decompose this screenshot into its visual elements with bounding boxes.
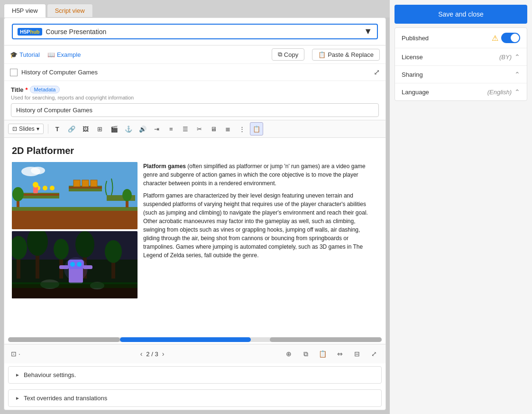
move-slide-button[interactable]: ⇔ bbox=[333, 347, 347, 360]
audio-button[interactable]: 🔊 bbox=[136, 122, 149, 135]
graduation-icon: 🎓 bbox=[10, 51, 18, 58]
indent-button[interactable]: ⇥ bbox=[150, 122, 164, 135]
svg-point-44 bbox=[64, 257, 88, 281]
svg-rect-21 bbox=[91, 180, 97, 187]
warning-icon: ⚠ bbox=[492, 34, 498, 43]
delete-slide-button[interactable]: ⤢ bbox=[367, 347, 381, 360]
image-button[interactable]: 🖼 bbox=[79, 122, 92, 135]
language-label: Language bbox=[402, 89, 487, 96]
scroll-thumb-right bbox=[270, 337, 382, 342]
license-chevron-icon[interactable]: ⌃ bbox=[514, 53, 520, 61]
paragraph2: Platform games are characterized by thei… bbox=[143, 191, 378, 260]
published-label: Published bbox=[402, 35, 492, 42]
svg-rect-6 bbox=[21, 194, 59, 196]
title-section: Title * Metadata Used for searching, rep… bbox=[4, 81, 385, 120]
license-row: License (BY) ⌃ bbox=[395, 48, 527, 66]
svg-point-31 bbox=[75, 231, 94, 258]
slide-content: 2D Platformer bbox=[4, 138, 385, 335]
anchor-button[interactable]: ⚓ bbox=[122, 122, 135, 135]
slides-button[interactable]: ⊡ Slides ▾ bbox=[8, 124, 44, 134]
dropdown-arrow-icon[interactable]: ▼ bbox=[364, 27, 372, 36]
text-overrides-label: Text overrides and translations bbox=[24, 395, 107, 402]
svg-rect-3 bbox=[12, 209, 138, 229]
resize-slide-button[interactable]: ⊟ bbox=[350, 347, 364, 360]
more-button[interactable]: ⋮ bbox=[236, 122, 249, 135]
copy-button[interactable]: ⧉ Copy bbox=[272, 48, 304, 61]
title-label-row: Title * Metadata bbox=[11, 86, 379, 93]
expand-icon[interactable]: ⤢ bbox=[374, 68, 380, 77]
svg-rect-20 bbox=[82, 180, 89, 187]
title-hint: Used for searching, reports and copyrigh… bbox=[11, 95, 379, 100]
scroll-thumb-center bbox=[120, 337, 251, 342]
slide-title: 2D Platformer bbox=[12, 145, 378, 156]
language-value: (English) bbox=[487, 89, 512, 96]
svg-point-18 bbox=[33, 182, 38, 188]
nav-bar: ⊡ · ‹ 2 / 3 › ⊕ ⧉ 📋 ⇔ ⊟ ⤢ bbox=[4, 344, 385, 363]
list-ol-button[interactable]: ≡ bbox=[165, 122, 178, 135]
behaviour-arrow-icon: ► bbox=[15, 372, 20, 378]
nav-right: ⊕ ⧉ 📋 ⇔ ⊟ ⤢ bbox=[282, 347, 381, 360]
svg-point-13 bbox=[122, 189, 132, 201]
text-overrides-toggle[interactable]: ► Text overrides and translations bbox=[9, 390, 381, 406]
save-close-button[interactable]: Save and close bbox=[394, 5, 527, 24]
editor-content-area: 2D Platformer bbox=[4, 138, 385, 335]
language-row: Language (English) ⌃ bbox=[395, 83, 527, 100]
svg-rect-4 bbox=[12, 207, 138, 211]
menu-button[interactable]: ≣ bbox=[221, 122, 235, 135]
media-button[interactable]: ⊞ bbox=[93, 122, 107, 135]
main-content-panel: H5Phub Course Presentation ▼ 🎓 Tutorial … bbox=[4, 18, 386, 410]
behaviour-settings-label: Behaviour settings. bbox=[24, 371, 76, 378]
toolbar-divider-1 bbox=[48, 124, 48, 134]
tab-h5p-view[interactable]: H5P view bbox=[4, 4, 46, 18]
clipboard-button[interactable]: 📋 bbox=[250, 122, 263, 135]
text-overrides-arrow-icon: ► bbox=[15, 396, 20, 401]
tutorial-link[interactable]: 🎓 Tutorial bbox=[10, 51, 40, 58]
sharing-row: Sharing ⌃ bbox=[395, 66, 527, 83]
right-panel: Save and close Published ⚠ License (BY) … bbox=[390, 0, 532, 414]
metadata-badge[interactable]: Metadata bbox=[30, 86, 60, 93]
cut-button[interactable]: ✂ bbox=[193, 122, 206, 135]
svg-point-33 bbox=[105, 240, 122, 263]
paste-slide-button[interactable]: 📋 bbox=[316, 347, 330, 360]
published-toggle[interactable] bbox=[501, 33, 520, 43]
slides-panel-button[interactable]: ⊡ · bbox=[9, 347, 22, 360]
sharing-chevron-icon[interactable]: ⌃ bbox=[514, 71, 520, 78]
behaviour-settings-section: ► Behaviour settings. bbox=[8, 366, 382, 384]
language-chevron-icon[interactable]: ⌃ bbox=[514, 88, 520, 96]
svg-rect-45 bbox=[12, 282, 138, 288]
bold-button[interactable]: T bbox=[51, 122, 64, 135]
behaviour-settings-toggle[interactable]: ► Behaviour settings. bbox=[9, 367, 381, 383]
svg-rect-8 bbox=[69, 187, 102, 189]
copy-slide-button[interactable]: ⧉ bbox=[299, 347, 312, 360]
scroll-thumb-left bbox=[8, 337, 120, 342]
svg-rect-17 bbox=[33, 187, 38, 193]
video-button[interactable]: 🎬 bbox=[108, 122, 121, 135]
nav-center: ‹ 2 / 3 › bbox=[140, 350, 165, 358]
paste-replace-button[interactable]: 📋 Paste & Replace bbox=[312, 49, 380, 61]
content-type-dropdown[interactable]: H5Phub Course Presentation ▼ bbox=[12, 24, 378, 39]
title-input[interactable] bbox=[11, 103, 379, 117]
example-link[interactable]: 📖 Example bbox=[47, 51, 81, 58]
link-button[interactable]: 🔗 bbox=[65, 122, 78, 135]
scroll-area bbox=[4, 335, 385, 344]
svg-point-15 bbox=[43, 186, 47, 190]
tab-script-view[interactable]: Script view bbox=[47, 4, 93, 18]
section-title: History of Computer Games bbox=[21, 69, 370, 76]
prev-page-button[interactable]: ‹ bbox=[140, 350, 143, 358]
add-slide-button[interactable]: ⊕ bbox=[282, 347, 295, 360]
text-overrides-section: ► Text overrides and translations bbox=[8, 389, 382, 407]
svg-point-29 bbox=[54, 239, 69, 260]
next-page-button[interactable]: › bbox=[162, 350, 165, 358]
required-star: * bbox=[26, 86, 28, 93]
list-ul-button[interactable]: ☰ bbox=[179, 122, 192, 135]
svg-point-16 bbox=[50, 186, 55, 190]
svg-rect-19 bbox=[73, 180, 80, 187]
game-image-2-svg bbox=[12, 231, 138, 298]
game-image-1 bbox=[12, 162, 138, 229]
screen-button[interactable]: 🖥 bbox=[207, 122, 220, 135]
nav-left: ⊡ · bbox=[9, 347, 22, 360]
horizontal-scrollbar[interactable] bbox=[8, 337, 382, 342]
license-label: License bbox=[402, 54, 499, 61]
section-header: History of Computer Games ⤢ bbox=[4, 64, 385, 81]
editor-toolbar: ⊡ Slides ▾ T 🔗 🖼 ⊞ 🎬 ⚓ 🔊 ⇥ ≡ ☰ ✂ 🖥 ≣ ⋮ 📋 bbox=[4, 120, 385, 138]
